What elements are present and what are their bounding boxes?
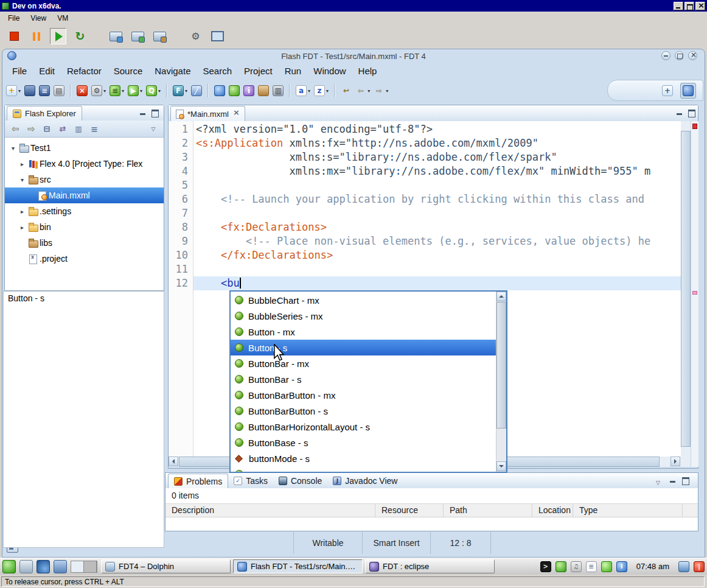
completion-scrollbar[interactable] — [496, 292, 506, 472]
network-icon[interactable] — [556, 561, 566, 572]
code-line[interactable]: <?xml version="1.0" encoding="utf-8"?> — [193, 122, 681, 136]
menu-file[interactable]: File — [6, 65, 33, 77]
minimize-button[interactable] — [661, 51, 670, 60]
updates-icon[interactable] — [601, 561, 612, 572]
twisty-icon[interactable]: ▸ — [18, 208, 27, 215]
completion-item[interactable]: ButtonBar - mx — [231, 355, 496, 371]
completion-item[interactable]: ButtonBarButton - mx — [231, 387, 496, 403]
twisty-icon[interactable]: ▸ — [18, 224, 27, 231]
system-icon[interactable] — [19, 560, 33, 573]
completion-scroll-thumb[interactable] — [496, 302, 506, 429]
scroll-down-icon[interactable] — [496, 461, 506, 471]
occurrence-marker[interactable] — [692, 291, 697, 295]
twisty-icon[interactable]: ▸ — [18, 161, 27, 167]
tree-item-main-mxml[interactable]: Main.mxml — [5, 187, 164, 203]
completion-item[interactable]: ButtonBarButton - s — [231, 403, 496, 419]
code-line[interactable]: <fx:Declarations> — [193, 220, 681, 234]
completion-item[interactable] — [231, 466, 496, 472]
completion-item[interactable]: Button - s — [231, 340, 496, 355]
snapshot-icon[interactable] — [108, 28, 124, 44]
fullscreen-icon[interactable] — [209, 28, 226, 44]
tree-item-libs[interactable]: libs — [5, 235, 164, 251]
desktop-1[interactable] — [71, 561, 84, 572]
sort-za-button[interactable]: z▾ — [313, 83, 330, 99]
debug-button[interactable]: ≡▾ — [108, 83, 125, 99]
display-icon[interactable] — [678, 561, 689, 572]
menu-source[interactable]: Source — [108, 65, 149, 77]
package-button[interactable] — [257, 83, 270, 99]
tree-item-src[interactable]: ▾src — [5, 172, 164, 187]
tree-item-settings[interactable]: ▸.settings — [5, 203, 164, 219]
maximize-editor-icon[interactable] — [688, 108, 695, 116]
tab-tasks[interactable]: ✓Tasks — [228, 474, 273, 488]
dropdown-arrow-icon[interactable]: ▾ — [18, 88, 21, 94]
minimize-button[interactable] — [674, 2, 683, 10]
vm-menu-view[interactable]: View — [25, 13, 52, 24]
terminal-icon[interactable]: > — [540, 561, 551, 572]
menu-search[interactable]: Search — [197, 65, 238, 77]
tab-console[interactable]: Console — [273, 474, 327, 488]
dropdown-arrow-icon[interactable]: ▾ — [158, 88, 161, 94]
open-perspective-button[interactable]: + — [660, 83, 675, 99]
menu-edit[interactable]: Edit — [33, 65, 61, 77]
dropdown-arrow-icon[interactable]: ▾ — [185, 88, 187, 94]
dropdown-arrow-icon[interactable]: ▾ — [140, 88, 142, 94]
dropdown-arrow-icon[interactable]: ▾ — [308, 88, 310, 94]
clipboard-icon[interactable]: ≡ — [586, 561, 597, 572]
filter-icon[interactable] — [72, 122, 85, 136]
terminate-button[interactable]: × — [75, 83, 89, 99]
new-flash-button[interactable]: F▾ — [172, 83, 189, 99]
forward-button[interactable]: ⇨▾ — [372, 83, 389, 99]
view-menu-icon[interactable] — [656, 476, 664, 484]
fdt-purple-button[interactable]: i — [242, 83, 256, 99]
vm-titlebar[interactable]: Dev on x6dva. — [0, 0, 707, 12]
menu-navigate[interactable]: Navigate — [148, 65, 197, 77]
browser-icon[interactable] — [37, 560, 50, 573]
code-line[interactable]: </fx:Declarations> — [193, 248, 681, 262]
play-icon[interactable] — [50, 28, 66, 44]
fdt-green-button[interactable] — [228, 83, 241, 99]
tab-problems[interactable]: Problems — [168, 474, 228, 488]
twisty-icon[interactable]: ▾ — [9, 145, 18, 152]
info-icon[interactable]: i — [616, 561, 627, 572]
restore-button[interactable] — [684, 2, 694, 10]
close-button[interactable] — [695, 2, 705, 10]
maximize-button[interactable] — [675, 51, 684, 60]
desktop-2[interactable] — [84, 561, 97, 572]
editor-vscroll-thumb[interactable] — [681, 131, 691, 447]
dropdown-arrow-icon[interactable]: ▾ — [103, 88, 106, 94]
revert-icon[interactable] — [130, 28, 146, 44]
browser-button[interactable] — [213, 83, 226, 99]
print-button[interactable]: ▤ — [52, 83, 66, 99]
completion-item[interactable]: ButtonBarHorizontalLayout - s — [231, 419, 496, 435]
maximize-problems-icon[interactable] — [681, 476, 689, 484]
close-button[interactable] — [688, 51, 697, 60]
tree-item-bin[interactable]: ▸bin — [5, 219, 164, 235]
column-header-resource[interactable]: Resource — [375, 504, 444, 517]
last-edit-button[interactable]: ↩ — [340, 83, 353, 99]
code-line[interactable]: xmlns:s="library://ns.adobe.com/flex/spa… — [193, 150, 681, 164]
taskbar-button-flash-fdt-test1-src-main-mxml[interactable]: Flash FDT - Test1/src/Main.mxml — [233, 559, 363, 573]
completion-item[interactable]: ButtonBar - s — [231, 371, 496, 387]
power-icon[interactable]: | — [694, 561, 705, 572]
minimize-problems-icon[interactable] — [669, 476, 677, 484]
column-header-location[interactable]: Location — [532, 504, 573, 517]
pause-icon[interactable] — [28, 28, 44, 44]
column-header-description[interactable]: Description — [165, 504, 375, 517]
code-line[interactable] — [193, 262, 681, 276]
dropdown-arrow-icon[interactable]: ▾ — [326, 88, 329, 94]
menu-run[interactable]: Run — [279, 65, 308, 77]
sort-az-button[interactable]: a▾ — [294, 83, 312, 99]
dropdown-arrow-icon[interactable]: ▾ — [386, 88, 388, 94]
desktop-pager[interactable] — [71, 561, 97, 573]
code-line[interactable]: xmlns:mx="library://ns.adobe.com/flex/mx… — [193, 164, 681, 178]
code-line[interactable]: <s:Application xmlns:fx="http://ns.adobe… — [193, 136, 681, 150]
column-header-path[interactable]: Path — [444, 504, 532, 517]
save-all-button[interactable]: ≡ — [38, 83, 51, 99]
dropdown-arrow-icon[interactable]: ▾ — [367, 88, 370, 94]
back-button[interactable]: ⇦▾ — [354, 83, 371, 99]
run-button[interactable]: ▶▾ — [127, 83, 144, 99]
search-button[interactable]: ╱ — [190, 83, 203, 99]
tab-javadoc-view[interactable]: JJavadoc View — [327, 474, 403, 488]
tree-item-test1[interactable]: ▾Test1 — [5, 140, 164, 156]
